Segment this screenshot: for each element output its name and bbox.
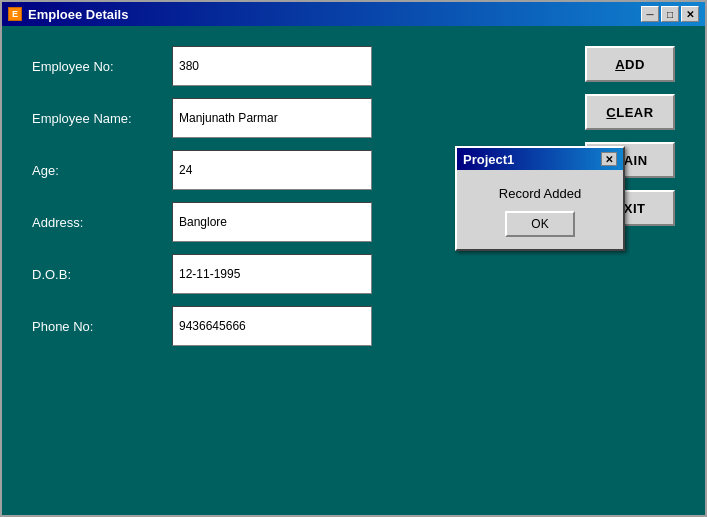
modal-title: Project1 — [463, 152, 514, 167]
window-icon: E — [8, 7, 22, 21]
window-title: Emploee Details — [28, 7, 635, 22]
modal-title-bar: Project1 ✕ — [457, 148, 623, 170]
maximize-button[interactable]: □ — [661, 6, 679, 22]
minimize-button[interactable]: ─ — [641, 6, 659, 22]
main-window: E Emploee Details ─ □ ✕ Employee No: Emp… — [0, 0, 707, 517]
modal-dialog: Project1 ✕ Record Added OK — [455, 146, 625, 251]
modal-ok-button[interactable]: OK — [505, 211, 575, 237]
modal-overlay: Project1 ✕ Record Added OK — [2, 26, 705, 515]
modal-message: Record Added — [499, 186, 581, 201]
title-bar: E Emploee Details ─ □ ✕ — [2, 2, 705, 26]
content-area: Employee No: Employee Name: Age: Address… — [2, 26, 705, 515]
modal-body: Record Added OK — [457, 170, 623, 249]
title-bar-controls: ─ □ ✕ — [641, 6, 699, 22]
modal-close-button[interactable]: ✕ — [601, 152, 617, 166]
close-button[interactable]: ✕ — [681, 6, 699, 22]
